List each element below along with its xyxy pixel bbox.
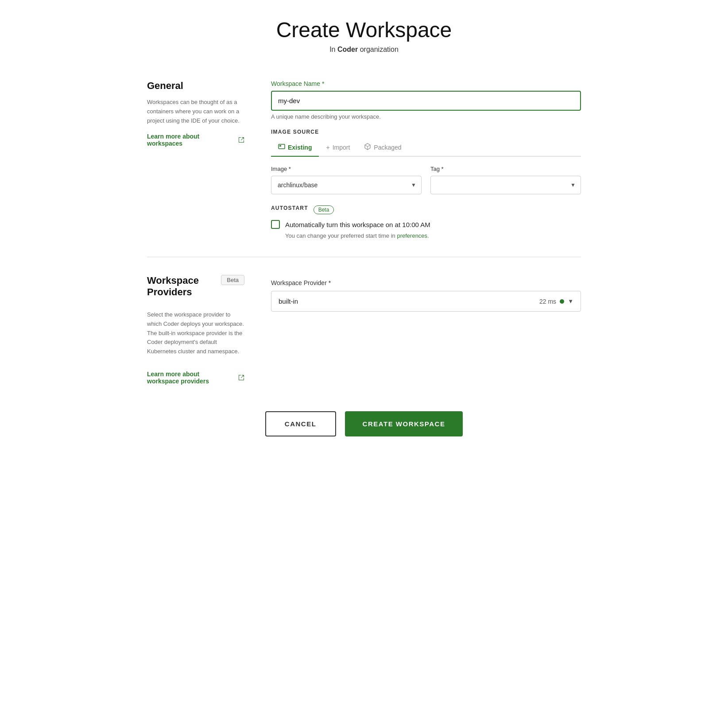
tab-import[interactable]: + Import — [319, 139, 357, 156]
tag-select-wrapper: ▼ — [430, 176, 581, 194]
provider-name: built-in — [279, 297, 298, 305]
packaged-tab-icon — [364, 143, 371, 151]
providers-heading: Workspace Providers — [147, 275, 216, 298]
provider-select-display[interactable]: built-in 22 ms ▼ — [271, 291, 581, 312]
import-tab-icon: + — [326, 144, 329, 151]
image-label: Image * — [271, 166, 422, 172]
workspace-name-input[interactable] — [271, 91, 581, 111]
providers-left: Workspace Providers Beta Select the work… — [147, 275, 244, 385]
image-field: Image * archlinux/base ▼ — [271, 166, 422, 194]
image-source-label: IMAGE SOURCE — [271, 129, 581, 135]
provider-section: Workspace Provider * built-in 22 ms ▼ — [271, 279, 581, 312]
svg-rect-1 — [279, 145, 281, 147]
autostart-hint: You can change your preferred start time… — [285, 232, 581, 239]
subtitle-post: organization — [358, 46, 399, 53]
provider-latency: 22 ms — [539, 298, 556, 305]
tab-existing[interactable]: Existing — [271, 139, 319, 157]
tag-field: Tag * ▼ — [430, 166, 581, 194]
provider-right: 22 ms ▼ — [539, 298, 573, 305]
autostart-checkbox-label: Automatically turn this workspace on at … — [285, 221, 430, 228]
image-fields: Image * archlinux/base ▼ Tag * — [271, 166, 581, 194]
general-heading: General — [147, 80, 244, 92]
page-subtitle: In Coder organization — [9, 46, 719, 54]
general-right: Workspace Name * A unique name describin… — [271, 80, 581, 239]
learn-more-providers[interactable]: Learn more about workspace providers — [147, 371, 244, 385]
existing-tab-icon — [278, 143, 285, 151]
autostart-beta-badge: Beta — [314, 205, 334, 214]
provider-status-dot — [560, 299, 564, 304]
svg-rect-0 — [279, 144, 285, 149]
tab-packaged[interactable]: Packaged — [357, 139, 408, 157]
workspace-name-label: Workspace Name * — [271, 80, 581, 87]
providers-description: Select the workspace provider to which C… — [147, 310, 244, 356]
autostart-checkbox[interactable] — [271, 220, 280, 229]
autostart-check: Automatically turn this workspace on at … — [271, 220, 581, 229]
provider-chevron-icon: ▼ — [568, 298, 573, 305]
section-divider — [147, 257, 581, 257]
image-select[interactable]: archlinux/base — [271, 176, 422, 194]
general-section: General Workspaces can be thought of as … — [147, 80, 581, 239]
footer-actions: CANCEL CREATE WORKSPACE — [147, 411, 581, 436]
image-source-tabs: Existing + Import — [271, 139, 581, 157]
providers-beta-badge: Beta — [221, 275, 244, 285]
learn-more-providers-label: Learn more about workspace providers — [147, 371, 233, 385]
create-workspace-button[interactable]: CREATE WORKSPACE — [345, 411, 463, 436]
tab-existing-label: Existing — [288, 144, 312, 151]
providers-heading-row: Workspace Providers Beta — [147, 275, 244, 304]
autostart-label: AUTOSTART — [271, 205, 308, 211]
tag-label: Tag * — [430, 166, 581, 172]
autostart-row: AUTOSTART Beta — [271, 205, 581, 215]
image-select-wrapper: archlinux/base ▼ — [271, 176, 422, 194]
providers-right: Workspace Provider * built-in 22 ms ▼ — [271, 275, 581, 385]
subtitle-pre: In — [329, 46, 337, 53]
tab-packaged-label: Packaged — [374, 144, 401, 151]
autostart-hint-pre: You can change your preferred start time… — [285, 232, 397, 239]
workspace-name-hint: A unique name describing your workspace. — [271, 113, 581, 120]
external-link-icon — [238, 137, 244, 143]
org-name: Coder — [337, 46, 358, 53]
page-header: Create Workspace In Coder organization — [0, 0, 728, 62]
learn-more-workspaces-label: Learn more about workspaces — [147, 133, 236, 147]
learn-more-workspaces[interactable]: Learn more about workspaces — [147, 133, 244, 147]
tab-import-label: Import — [333, 144, 350, 151]
autostart-hint-post: . — [427, 232, 429, 239]
page-title: Create Workspace — [9, 18, 719, 42]
workspace-providers-section: Workspace Providers Beta Select the work… — [147, 275, 581, 385]
cancel-button[interactable]: CANCEL — [265, 411, 336, 436]
providers-external-link-icon — [238, 375, 244, 381]
general-description: Workspaces can be thought of as a contai… — [147, 98, 244, 125]
tag-select[interactable] — [430, 176, 581, 194]
preferences-link[interactable]: preferences — [397, 232, 427, 239]
general-left: General Workspaces can be thought of as … — [147, 80, 244, 239]
provider-field-label: Workspace Provider * — [271, 279, 581, 286]
image-source-section: IMAGE SOURCE Existing + Import — [271, 129, 581, 194]
